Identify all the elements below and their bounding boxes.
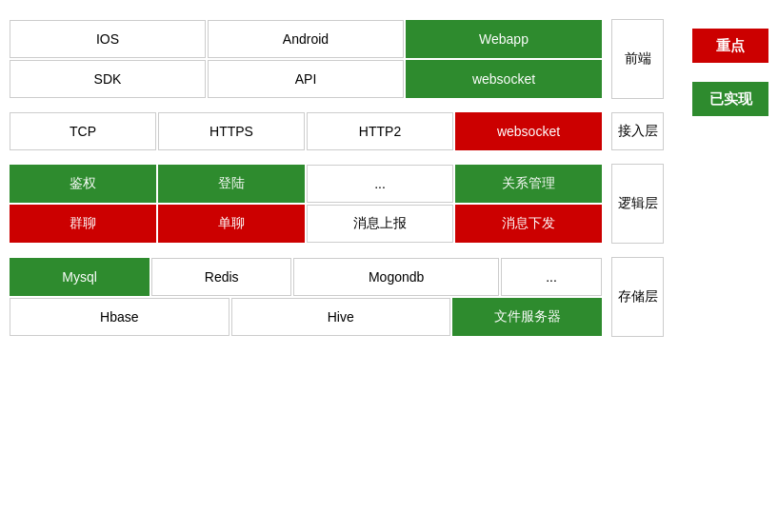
logic-label: 逻辑层 xyxy=(611,164,664,244)
storage-label: 存储层 xyxy=(611,257,664,337)
cell-hbase: Hbase xyxy=(10,298,229,336)
storage-row-1: Mysql Redis Mogondb ... xyxy=(10,258,602,296)
cell-single-chat: 单聊 xyxy=(158,205,305,243)
storage-layer-row: Mysql Redis Mogondb ... Hbase Hive 文件服务器… xyxy=(10,257,664,337)
cell-ios: IOS xyxy=(10,20,206,58)
left-section: IOS Android Webapp SDK API websocket 前端 … xyxy=(10,19,664,337)
cell-api: API xyxy=(208,60,404,98)
cell-android: Android xyxy=(208,20,404,58)
storage-row-2: Hbase Hive 文件服务器 xyxy=(10,298,602,336)
cell-dots-storage: ... xyxy=(501,258,602,296)
cell-dots-logic: ... xyxy=(307,165,453,203)
legend-implemented: 已实现 xyxy=(692,82,768,116)
logic-grid: 鉴权 登陆 ... 关系管理 群聊 单聊 消息上报 消息下发 xyxy=(10,165,602,243)
frontend-label: 前端 xyxy=(611,19,664,99)
cell-sdk: SDK xyxy=(10,60,206,98)
frontend-grid: IOS Android Webapp SDK API websocket xyxy=(10,20,602,98)
cell-relation: 关系管理 xyxy=(455,165,602,203)
frontend-row-1: IOS Android Webapp xyxy=(10,20,602,58)
cell-hive: Hive xyxy=(231,298,451,336)
cell-websocket-green: websocket xyxy=(406,60,602,98)
cell-auth: 鉴权 xyxy=(10,165,156,203)
logic-row-2: 群聊 单聊 消息上报 消息下发 xyxy=(10,205,602,243)
frontend-layer-row: IOS Android Webapp SDK API websocket 前端 xyxy=(10,19,664,99)
cell-login: 登陆 xyxy=(158,165,305,203)
cell-msg-report: 消息上报 xyxy=(307,205,453,243)
logic-layer-row: 鉴权 登陆 ... 关系管理 群聊 单聊 消息上报 消息下发 逻辑层 xyxy=(10,164,664,244)
cell-https: HTTPS xyxy=(158,112,305,150)
legend-section: 重点 已实现 xyxy=(692,19,768,337)
cell-http2: HTTP2 xyxy=(307,112,453,150)
cell-mongodb: Mogondb xyxy=(293,258,499,296)
access-layer-row: TCP HTTPS HTTP2 websocket 接入层 xyxy=(10,112,664,150)
legend-important: 重点 xyxy=(692,29,768,63)
cell-file-server: 文件服务器 xyxy=(452,298,602,336)
cell-redis: Redis xyxy=(151,258,291,296)
storage-grid: Mysql Redis Mogondb ... Hbase Hive 文件服务器 xyxy=(10,258,602,336)
access-row-1: TCP HTTPS HTTP2 websocket xyxy=(10,112,602,150)
logic-row-1: 鉴权 登陆 ... 关系管理 xyxy=(10,165,602,203)
cell-tcp: TCP xyxy=(10,112,156,150)
cell-group-chat: 群聊 xyxy=(10,205,156,243)
frontend-row-2: SDK API websocket xyxy=(10,60,602,98)
main-container: IOS Android Webapp SDK API websocket 前端 … xyxy=(0,0,778,356)
cell-webapp: Webapp xyxy=(406,20,602,58)
access-label: 接入层 xyxy=(611,112,664,150)
cell-websocket-red: websocket xyxy=(455,112,602,150)
cell-msg-push: 消息下发 xyxy=(455,205,602,243)
access-grid: TCP HTTPS HTTP2 websocket xyxy=(10,112,602,150)
cell-mysql: Mysql xyxy=(10,258,150,296)
